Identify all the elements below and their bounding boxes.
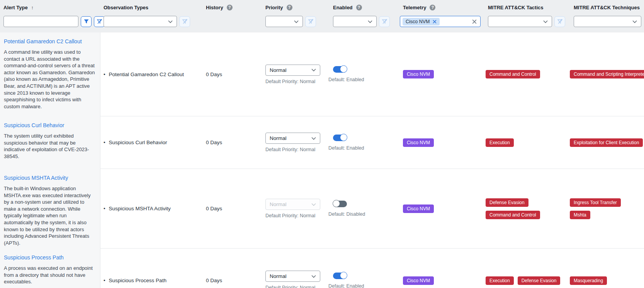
funnel-icon	[83, 19, 89, 24]
telemetry-badge: Cisco NVM	[403, 138, 434, 147]
help-icon[interactable]	[287, 5, 292, 10]
alerts-table: Alert Type ↑ Observation Types	[0, 0, 644, 288]
enabled-default-caption: Default: Enabled	[328, 145, 364, 151]
mitre-techniques-cell: Ingress Tool Transfer Mshta	[565, 169, 644, 248]
header-history: History	[192, 0, 248, 32]
mitre-tactics-filter-select[interactable]	[488, 16, 552, 27]
table-header: Alert Type ↑ Observation Types	[0, 0, 644, 32]
alert-type-description: The built-in Windows application MSHTA.e…	[4, 185, 96, 246]
priority-cell: Normal Default Priority: Normal	[248, 249, 316, 288]
chevron-down-icon	[311, 203, 316, 206]
enabled-toggle[interactable]	[333, 135, 347, 141]
toggle-knob	[340, 65, 347, 73]
toggle-knob	[340, 272, 347, 279]
bullet-icon	[104, 71, 105, 78]
telemetry-filter-chip: Cisco NVM	[403, 18, 440, 26]
observation-types-cell: Potential Gamaredon C2 Callout	[100, 32, 192, 116]
priority-select-value: Normal	[270, 273, 287, 279]
alert-type-cell: Suspicious Process Path A process was ex…	[0, 249, 100, 288]
telemetry-cell: Cisco NVM	[399, 32, 482, 116]
funnel-slash-icon	[557, 19, 563, 24]
chevron-down-icon	[168, 20, 173, 23]
alert-type-link[interactable]: Suspicious Curl Behavior	[4, 122, 96, 129]
toggle-knob	[333, 200, 340, 207]
enabled-toggle[interactable]	[333, 66, 347, 73]
mitre-tactic-badge: Defense Evasion	[518, 276, 561, 285]
alert-type-link[interactable]: Suspicious MSHTA Activity	[4, 174, 96, 181]
mitre-techniques-filter-select[interactable]	[574, 16, 641, 27]
chevron-down-icon	[543, 20, 548, 23]
enabled-toggle[interactable]	[333, 201, 347, 207]
alert-type-description: A process was executed on an endpoint fr…	[4, 265, 96, 285]
alert-type-cell: Suspicious MSHTA Activity The built-in W…	[0, 169, 100, 254]
observation-types-cell: Suspicious Process Path	[100, 249, 192, 288]
column-label-observation-types: Observation Types	[104, 5, 148, 10]
header-enabled: Enabled	[316, 0, 399, 32]
alert-type-cell: Potential Gamaredon C2 Callout A command…	[0, 32, 100, 121]
observation-type-label: Suspicious Curl Behavior	[109, 139, 167, 146]
help-icon[interactable]	[430, 5, 435, 10]
priority-cell: Normal Default Priority: Normal	[248, 169, 316, 248]
mitre-technique-badge: Ingress Tool Transfer	[570, 198, 621, 207]
alert-type-link[interactable]: Suspicious Process Path	[4, 254, 96, 261]
clear-multiselect-icon[interactable]	[472, 19, 477, 24]
column-label-mitre-techniques: MITRE ATT&CK Techniques	[574, 5, 640, 10]
sort-asc-icon[interactable]: ↑	[31, 5, 34, 10]
mitre-tactics-cell: Execution Defense Evasion	[482, 249, 565, 288]
alert-type-description: A command line utility was used to conta…	[4, 49, 96, 110]
header-mitre-tactics: MITRE ATT&CK Tactics	[482, 0, 565, 32]
chevron-down-icon	[311, 275, 316, 278]
chevron-down-icon	[368, 20, 372, 23]
telemetry-filter-multiselect[interactable]: Cisco NVM	[400, 16, 481, 27]
remove-chip-icon[interactable]	[433, 20, 437, 24]
priority-select[interactable]: Normal	[265, 133, 320, 144]
funnel-slash-icon	[382, 19, 387, 24]
apply-filter-button[interactable]	[81, 16, 92, 27]
clear-column-filter-button	[305, 16, 316, 27]
alert-type-filter-input[interactable]	[3, 16, 78, 27]
history-value: 0 Days	[206, 140, 222, 145]
mitre-tactics-cell: Execution	[482, 116, 565, 169]
priority-filter-select[interactable]	[265, 16, 303, 27]
telemetry-cell: Cisco NVM	[399, 116, 482, 169]
header-priority: Priority	[248, 0, 316, 32]
observation-types-filter-select[interactable]	[104, 16, 177, 27]
priority-cell: Normal Default Priority: Normal	[248, 32, 316, 116]
priority-select[interactable]: Normal	[265, 271, 320, 282]
priority-select[interactable]: Normal	[265, 65, 320, 76]
column-label-alert-type: Alert Type	[3, 5, 28, 10]
history-value: 0 Days	[206, 72, 222, 77]
table-row: Suspicious Curl Behavior The system util…	[0, 116, 644, 169]
bullet-icon	[104, 139, 105, 146]
help-icon[interactable]	[356, 5, 362, 10]
mitre-tactic-badge: Command and Control	[486, 211, 540, 219]
enabled-cell: Default: Enabled	[316, 32, 399, 116]
mitre-tactics-cell: Command and Control	[482, 32, 565, 116]
mitre-tactic-badge: Defense Evasion	[486, 198, 528, 207]
enabled-toggle[interactable]	[333, 273, 347, 279]
header-mitre-techniques: MITRE ATT&CK Techniques	[565, 0, 644, 32]
alert-type-link[interactable]: Potential Gamaredon C2 Callout	[4, 38, 96, 45]
mitre-tactic-badge: Command and Control	[486, 70, 540, 78]
telemetry-cell: Cisco NVM	[399, 249, 482, 288]
observation-type-label: Suspicious MSHTA Activity	[109, 205, 171, 212]
enabled-filter-select[interactable]	[333, 16, 377, 27]
history-cell: 0 Days	[192, 169, 248, 248]
mitre-technique-badge: Command and Scripting Interpreter	[570, 70, 644, 78]
table-row: Potential Gamaredon C2 Callout A command…	[0, 32, 644, 116]
history-cell: 0 Days	[192, 32, 248, 116]
clear-column-filter-button	[554, 16, 565, 27]
priority-default-caption: Default Priority: Normal	[265, 285, 320, 288]
help-icon[interactable]	[227, 5, 233, 10]
observation-type-label: Potential Gamaredon C2 Callout	[109, 71, 184, 78]
mitre-tactics-cell: Defense Evasion Command and Control	[482, 169, 565, 248]
telemetry-filter-chip-label: Cisco NVM	[406, 19, 430, 24]
history-value: 0 Days	[206, 206, 222, 211]
priority-select-value: Normal	[270, 135, 287, 141]
column-label-mitre-tactics: MITRE ATT&CK Tactics	[488, 5, 544, 10]
telemetry-badge: Cisco NVM	[403, 276, 434, 285]
observation-type-item: Suspicious MSHTA Activity	[104, 205, 171, 212]
column-label-history: History	[206, 5, 223, 10]
priority-select-value: Normal	[270, 201, 287, 207]
history-cell: 0 Days	[192, 116, 248, 169]
